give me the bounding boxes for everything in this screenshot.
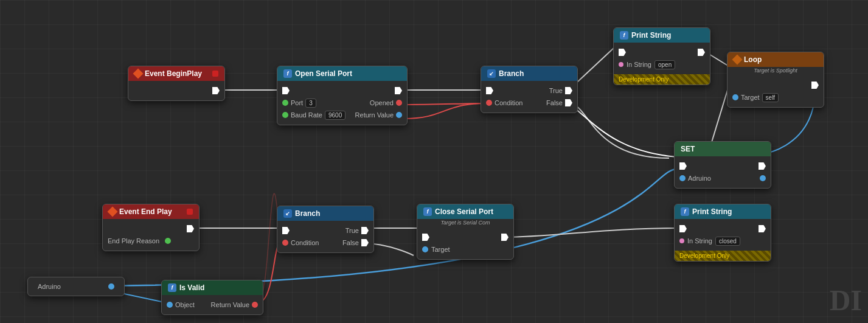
exec-in-pin — [282, 227, 290, 234]
print-string-bottom-header: f Print String — [675, 204, 771, 219]
target-label: Target — [741, 94, 760, 101]
exec-row — [675, 160, 771, 172]
return-value-pin — [396, 112, 402, 118]
open-serial-port-body: Port 3 Opened Baud Rate 9600 Return Valu… — [277, 81, 407, 125]
exec-in-pin — [679, 162, 687, 170]
set-node: SET Adruino — [674, 141, 771, 189]
false-label: False — [546, 99, 563, 106]
exec-in-pin — [619, 49, 626, 56]
func-icon: f — [283, 69, 292, 78]
true-label: True — [345, 227, 359, 234]
event-begin-play-exec-out — [128, 85, 224, 97]
condition-label: Condition — [291, 239, 319, 246]
loop-title: Loop — [744, 55, 762, 64]
set-body: Adruino — [675, 156, 771, 188]
close-serial-port-title: Close Serial Port — [435, 207, 493, 216]
event-begin-play-header: Event BeginPlay — [128, 66, 224, 81]
print-string-top-node: f Print String In String open Developmen… — [613, 27, 710, 85]
branch-top-node: ↙ Branch True Condition False — [481, 66, 578, 113]
print-string-bottom-node: f Print String In String closed Developm… — [674, 204, 771, 262]
exec-row: True — [277, 224, 373, 237]
opened-pin — [396, 100, 402, 106]
opened-label: Opened — [370, 99, 394, 106]
branch-bottom-icon: ↙ — [283, 209, 292, 218]
in-string-label: In String — [627, 61, 651, 68]
exec-out-pin — [759, 225, 766, 232]
return-value-pin — [252, 302, 258, 308]
is-valid-node: f Is Valid Object Return Value — [161, 280, 263, 315]
baud-label: Baud Rate — [291, 111, 322, 119]
event-end-red-square — [187, 209, 193, 215]
exec-row: True — [481, 85, 577, 97]
event-begin-play-node: Event BeginPlay — [128, 66, 225, 101]
exec-in-pin — [422, 234, 429, 241]
baud-value: 9600 — [325, 111, 345, 120]
loop-header: Loop — [727, 52, 824, 67]
exec-in-pin — [486, 87, 493, 94]
port-row: Port 3 Opened — [277, 97, 407, 109]
print-string-bottom-body: In String closed — [675, 219, 771, 251]
true-pin — [565, 87, 572, 94]
condition-row: Condition False — [481, 97, 577, 109]
adruino-row: Adruino — [675, 172, 771, 184]
branch-icon: ↙ — [487, 69, 496, 78]
false-pin — [361, 239, 369, 246]
set-title: SET — [681, 145, 695, 153]
exec-out-pin — [395, 87, 402, 94]
open-serial-port-title: Open Serial Port — [295, 69, 352, 78]
in-string-row: In String open — [614, 58, 710, 71]
loop-node: Loop Target is Spotlight Target self — [727, 52, 824, 108]
end-play-reason-row: End Play Reason — [103, 235, 199, 247]
exec-out — [103, 223, 199, 235]
print-string-bottom-title: Print String — [692, 207, 732, 216]
exec-out-pin — [811, 82, 819, 89]
branch-bottom-body: True Condition False — [277, 221, 373, 252]
end-play-reason-pin — [165, 238, 171, 244]
func-icon-close: f — [423, 207, 432, 216]
in-string-value: closed — [715, 237, 740, 246]
target-pin — [732, 94, 738, 100]
exec-out-row — [727, 79, 824, 91]
false-label: False — [342, 239, 359, 246]
func-icon-print: f — [620, 31, 628, 40]
adruino-out-pin — [760, 175, 766, 181]
dev-only-warning-bottom: Development Only — [675, 251, 771, 261]
adruino-in-pin — [679, 175, 686, 181]
event-begin-play-body — [128, 81, 224, 100]
is-valid-title: Is Valid — [179, 283, 204, 292]
exec-out-pin — [759, 162, 766, 170]
baud-pin — [282, 112, 288, 118]
exec-out-pin — [187, 225, 194, 232]
adruino-var-body: Adruino — [28, 277, 124, 296]
dev-only-warning: Development Only — [614, 74, 710, 85]
close-serial-port-header: f Close Serial Port — [417, 204, 513, 219]
exec-out-pin — [501, 234, 509, 241]
branch-bottom-node: ↙ Branch True Condition False — [277, 206, 374, 253]
object-row: Object Return Value — [162, 299, 263, 311]
in-string-value: open — [654, 60, 675, 69]
baud-row: Baud Rate 9600 Return Value — [277, 109, 407, 121]
port-pin — [282, 100, 288, 106]
true-pin — [361, 227, 369, 234]
condition-pin — [282, 240, 288, 246]
open-serial-port-header: f Open Serial Port — [277, 66, 407, 81]
print-string-top-title: Print String — [631, 31, 671, 40]
adruino-var-node: Adruino — [27, 277, 125, 296]
event-diamond-icon — [133, 69, 144, 79]
event-red-square — [212, 71, 218, 77]
branch-top-title: Branch — [499, 69, 524, 78]
event-end-play-node: Event End Play End Play Reason — [102, 204, 200, 251]
branch-bottom-title: Branch — [295, 209, 320, 218]
false-pin — [565, 99, 572, 106]
target-row: Target — [417, 243, 513, 255]
func-icon-print-bottom: f — [681, 207, 689, 216]
exec-row — [675, 223, 771, 235]
condition-pin — [486, 100, 492, 106]
branch-bottom-header: ↙ Branch — [277, 206, 373, 221]
condition-row: Condition False — [277, 237, 373, 249]
object-label: Object — [175, 301, 195, 308]
adruino-var-label: Adruino — [38, 283, 61, 290]
close-serial-port-node: f Close Serial Port Target is Serial Com… — [417, 204, 514, 260]
adruino-label: Adruino — [688, 175, 711, 182]
exec-in-pin — [679, 225, 687, 232]
